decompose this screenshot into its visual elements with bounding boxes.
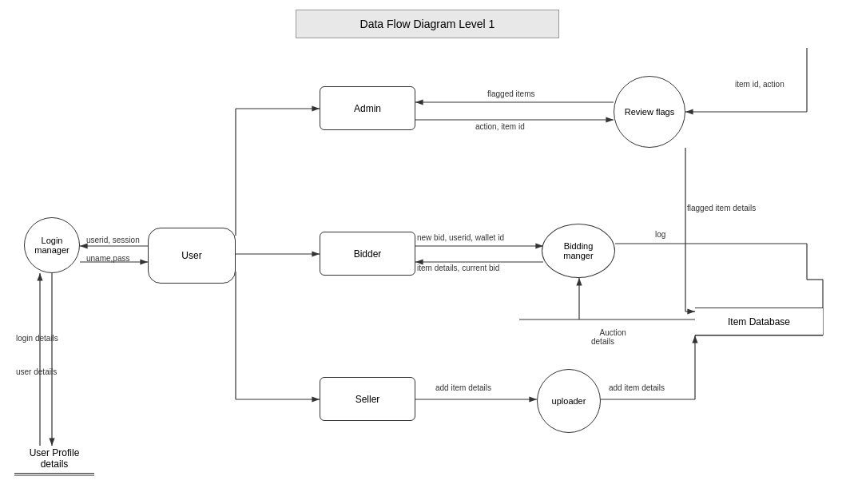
bidder-node: Bidder [320,232,415,276]
label-auction-details: Auctiondetails [591,319,626,355]
seller-node: Seller [320,377,415,421]
label-item-details-bid: item details, current bid [417,264,499,272]
label-item-id-action: item id, action [735,80,784,89]
label-log: log [655,230,665,239]
label-flagged-item-details: flagged item details [687,204,756,212]
admin-node: Admin [320,86,415,130]
label-add-item-seller: add item details [435,383,491,392]
diagram-container: Data Flow Diagram Level 1 [0,0,854,504]
review-flags-node: Review flags [614,76,685,148]
label-userid-session: userid, session [86,236,140,244]
user-node: User [148,228,236,284]
login-manager-node: Loginmanager [24,217,80,273]
label-uname-pass: uname,pass [86,254,129,263]
label-action-item-id: action, item id [475,122,525,131]
label-user-details: user details [16,367,57,376]
user-profile-node: User Profiledetails [14,446,94,474]
label-add-item-db: add item details [609,383,665,392]
item-database-node: Item Database [695,308,823,335]
bidding-manager-node: Biddingmanger [542,224,615,278]
arrows-svg [0,0,854,504]
label-login-details: login details [16,334,58,343]
label-flagged-items: flagged items [487,89,534,98]
uploader-node: uploader [537,369,601,433]
label-new-bid: new bid, userid, wallet id [417,233,504,242]
